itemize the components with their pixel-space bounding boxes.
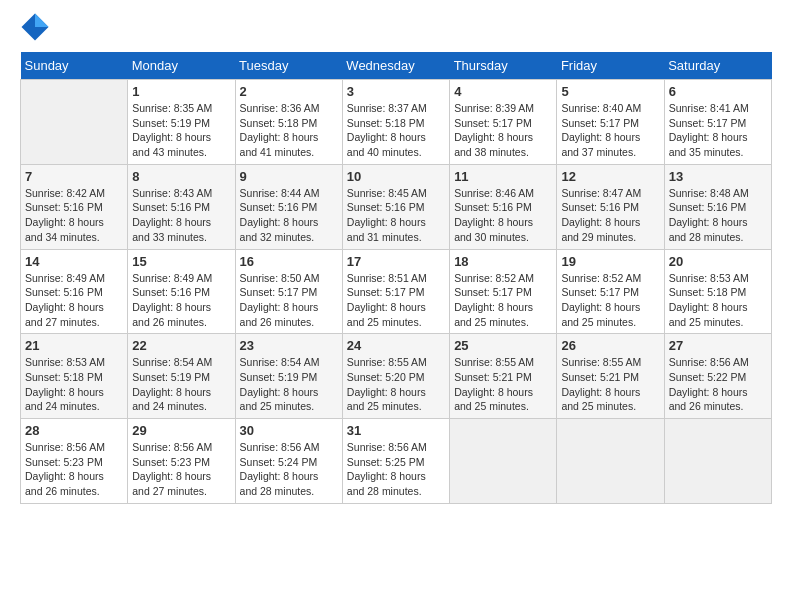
day-number: 9 [240,169,338,184]
calendar-week-3: 14Sunrise: 8:49 AM Sunset: 5:16 PM Dayli… [21,249,772,334]
calendar-cell: 18Sunrise: 8:52 AM Sunset: 5:17 PM Dayli… [450,249,557,334]
calendar-cell: 26Sunrise: 8:55 AM Sunset: 5:21 PM Dayli… [557,334,664,419]
column-header-tuesday: Tuesday [235,52,342,80]
day-info: Sunrise: 8:35 AM Sunset: 5:19 PM Dayligh… [132,101,230,160]
day-info: Sunrise: 8:53 AM Sunset: 5:18 PM Dayligh… [669,271,767,330]
calendar-cell: 8Sunrise: 8:43 AM Sunset: 5:16 PM Daylig… [128,164,235,249]
calendar-cell [450,419,557,504]
day-info: Sunrise: 8:53 AM Sunset: 5:18 PM Dayligh… [25,355,123,414]
day-info: Sunrise: 8:55 AM Sunset: 5:21 PM Dayligh… [561,355,659,414]
calendar-cell: 14Sunrise: 8:49 AM Sunset: 5:16 PM Dayli… [21,249,128,334]
day-number: 27 [669,338,767,353]
day-info: Sunrise: 8:40 AM Sunset: 5:17 PM Dayligh… [561,101,659,160]
calendar-cell: 15Sunrise: 8:49 AM Sunset: 5:16 PM Dayli… [128,249,235,334]
day-number: 2 [240,84,338,99]
day-number: 24 [347,338,445,353]
calendar-cell: 28Sunrise: 8:56 AM Sunset: 5:23 PM Dayli… [21,419,128,504]
logo-icon [20,12,50,42]
svg-marker-1 [35,14,49,28]
day-info: Sunrise: 8:55 AM Sunset: 5:21 PM Dayligh… [454,355,552,414]
calendar-week-5: 28Sunrise: 8:56 AM Sunset: 5:23 PM Dayli… [21,419,772,504]
calendar-cell: 12Sunrise: 8:47 AM Sunset: 5:16 PM Dayli… [557,164,664,249]
day-number: 16 [240,254,338,269]
day-number: 8 [132,169,230,184]
day-info: Sunrise: 8:56 AM Sunset: 5:25 PM Dayligh… [347,440,445,499]
calendar-cell: 25Sunrise: 8:55 AM Sunset: 5:21 PM Dayli… [450,334,557,419]
calendar-cell: 31Sunrise: 8:56 AM Sunset: 5:25 PM Dayli… [342,419,449,504]
day-info: Sunrise: 8:54 AM Sunset: 5:19 PM Dayligh… [132,355,230,414]
day-info: Sunrise: 8:56 AM Sunset: 5:24 PM Dayligh… [240,440,338,499]
column-header-thursday: Thursday [450,52,557,80]
day-number: 13 [669,169,767,184]
day-info: Sunrise: 8:48 AM Sunset: 5:16 PM Dayligh… [669,186,767,245]
day-number: 12 [561,169,659,184]
column-header-saturday: Saturday [664,52,771,80]
calendar-cell [21,80,128,165]
calendar-cell: 23Sunrise: 8:54 AM Sunset: 5:19 PM Dayli… [235,334,342,419]
day-info: Sunrise: 8:55 AM Sunset: 5:20 PM Dayligh… [347,355,445,414]
day-info: Sunrise: 8:49 AM Sunset: 5:16 PM Dayligh… [25,271,123,330]
day-number: 25 [454,338,552,353]
calendar-cell: 6Sunrise: 8:41 AM Sunset: 5:17 PM Daylig… [664,80,771,165]
day-info: Sunrise: 8:52 AM Sunset: 5:17 PM Dayligh… [454,271,552,330]
calendar-cell: 1Sunrise: 8:35 AM Sunset: 5:19 PM Daylig… [128,80,235,165]
column-header-wednesday: Wednesday [342,52,449,80]
day-info: Sunrise: 8:45 AM Sunset: 5:16 PM Dayligh… [347,186,445,245]
day-number: 30 [240,423,338,438]
day-number: 4 [454,84,552,99]
day-number: 26 [561,338,659,353]
calendar-cell [557,419,664,504]
day-info: Sunrise: 8:41 AM Sunset: 5:17 PM Dayligh… [669,101,767,160]
calendar-cell: 19Sunrise: 8:52 AM Sunset: 5:17 PM Dayli… [557,249,664,334]
day-info: Sunrise: 8:56 AM Sunset: 5:23 PM Dayligh… [25,440,123,499]
column-header-friday: Friday [557,52,664,80]
day-info: Sunrise: 8:56 AM Sunset: 5:22 PM Dayligh… [669,355,767,414]
day-number: 20 [669,254,767,269]
day-info: Sunrise: 8:54 AM Sunset: 5:19 PM Dayligh… [240,355,338,414]
day-info: Sunrise: 8:51 AM Sunset: 5:17 PM Dayligh… [347,271,445,330]
day-info: Sunrise: 8:43 AM Sunset: 5:16 PM Dayligh… [132,186,230,245]
day-number: 28 [25,423,123,438]
calendar-cell: 3Sunrise: 8:37 AM Sunset: 5:18 PM Daylig… [342,80,449,165]
calendar-cell: 10Sunrise: 8:45 AM Sunset: 5:16 PM Dayli… [342,164,449,249]
day-info: Sunrise: 8:39 AM Sunset: 5:17 PM Dayligh… [454,101,552,160]
calendar-header-row: SundayMondayTuesdayWednesdayThursdayFrid… [21,52,772,80]
day-info: Sunrise: 8:56 AM Sunset: 5:23 PM Dayligh… [132,440,230,499]
calendar-cell: 20Sunrise: 8:53 AM Sunset: 5:18 PM Dayli… [664,249,771,334]
calendar-table: SundayMondayTuesdayWednesdayThursdayFrid… [20,52,772,504]
day-number: 31 [347,423,445,438]
day-number: 7 [25,169,123,184]
day-info: Sunrise: 8:44 AM Sunset: 5:16 PM Dayligh… [240,186,338,245]
calendar-cell: 11Sunrise: 8:46 AM Sunset: 5:16 PM Dayli… [450,164,557,249]
day-number: 10 [347,169,445,184]
calendar-cell: 24Sunrise: 8:55 AM Sunset: 5:20 PM Dayli… [342,334,449,419]
calendar-week-2: 7Sunrise: 8:42 AM Sunset: 5:16 PM Daylig… [21,164,772,249]
day-info: Sunrise: 8:47 AM Sunset: 5:16 PM Dayligh… [561,186,659,245]
day-info: Sunrise: 8:36 AM Sunset: 5:18 PM Dayligh… [240,101,338,160]
day-number: 18 [454,254,552,269]
day-number: 19 [561,254,659,269]
day-number: 3 [347,84,445,99]
day-info: Sunrise: 8:46 AM Sunset: 5:16 PM Dayligh… [454,186,552,245]
calendar-cell [664,419,771,504]
calendar-week-4: 21Sunrise: 8:53 AM Sunset: 5:18 PM Dayli… [21,334,772,419]
calendar-cell: 17Sunrise: 8:51 AM Sunset: 5:17 PM Dayli… [342,249,449,334]
column-header-monday: Monday [128,52,235,80]
calendar-cell: 9Sunrise: 8:44 AM Sunset: 5:16 PM Daylig… [235,164,342,249]
day-number: 23 [240,338,338,353]
page-header [20,20,772,42]
day-number: 5 [561,84,659,99]
day-number: 17 [347,254,445,269]
calendar-cell: 7Sunrise: 8:42 AM Sunset: 5:16 PM Daylig… [21,164,128,249]
day-number: 22 [132,338,230,353]
day-number: 21 [25,338,123,353]
calendar-cell: 16Sunrise: 8:50 AM Sunset: 5:17 PM Dayli… [235,249,342,334]
calendar-cell: 29Sunrise: 8:56 AM Sunset: 5:23 PM Dayli… [128,419,235,504]
day-info: Sunrise: 8:42 AM Sunset: 5:16 PM Dayligh… [25,186,123,245]
column-header-sunday: Sunday [21,52,128,80]
calendar-cell: 13Sunrise: 8:48 AM Sunset: 5:16 PM Dayli… [664,164,771,249]
day-info: Sunrise: 8:49 AM Sunset: 5:16 PM Dayligh… [132,271,230,330]
calendar-week-1: 1Sunrise: 8:35 AM Sunset: 5:19 PM Daylig… [21,80,772,165]
calendar-cell: 22Sunrise: 8:54 AM Sunset: 5:19 PM Dayli… [128,334,235,419]
day-number: 11 [454,169,552,184]
